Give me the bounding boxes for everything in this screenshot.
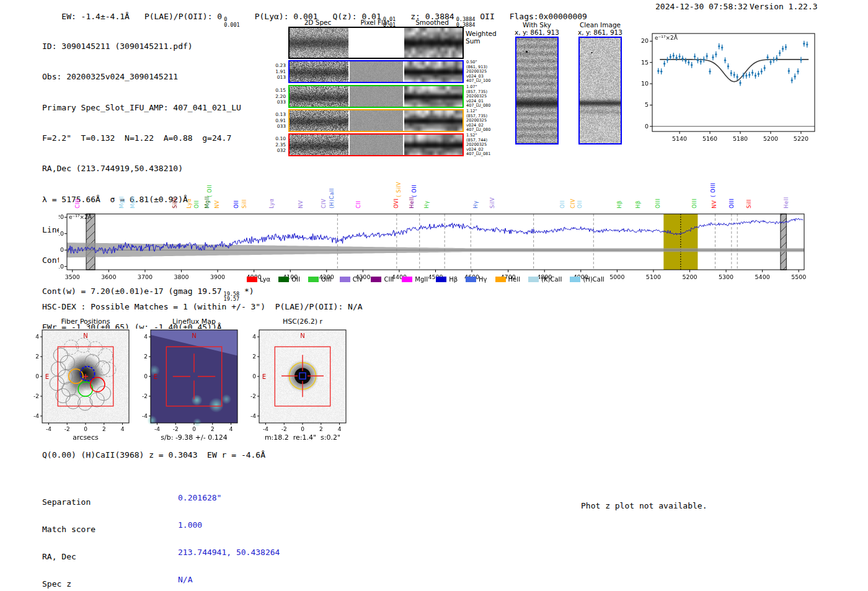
fiber-positions-image [26, 329, 138, 434]
spec2d-row [288, 133, 464, 156]
spec2d-row-smooth-image [404, 61, 463, 82]
line-marker-OII: ( OII [411, 185, 417, 197]
line-marker-SiIV: ( SiIV [396, 182, 402, 197]
photz-note: Phot z plot not available. [581, 501, 707, 511]
match-label: Match score [42, 525, 115, 535]
legend-swatch [570, 277, 580, 282]
match-value: 1.000 [178, 521, 280, 530]
legend-item-Hγ: Hγ [466, 276, 487, 283]
legend-swatch [247, 277, 257, 282]
info-ifu: Primary Spec_Slot_IFU_AMP: 407_041_021_L… [42, 103, 265, 113]
legend-item-HCaII: (H)CaII [570, 276, 604, 283]
legend-swatch [466, 277, 476, 282]
clean-title: Clean Image [574, 21, 627, 29]
lineflux-map-xlabel: s/b: -9.38 +/- 0.124 [141, 433, 247, 442]
spec2d-row-left-labels: 0.231.91013 [271, 63, 286, 81]
spec2d-row-smooth-image [404, 110, 463, 131]
info-qline: Q(0.00) (H)CaII(3968) z = 0.3043 EW r = … [42, 450, 265, 460]
full-spectrum-plot [59, 208, 812, 284]
lineflux-map-image [135, 329, 246, 434]
match-label: Spec z [42, 580, 115, 589]
legend-item-MgII: MgII [402, 276, 428, 283]
info-cont-w: Cont(w) = 7.20(±0.01)e-17 (gmag 19.5719.… [42, 287, 265, 302]
spec2d-row-spec-image [290, 110, 348, 131]
spec2d-row-flat-image [350, 61, 403, 82]
col-title-pixelflat: Pixel Flat [348, 19, 402, 26]
col-title-2dspec: 2D Spec [288, 19, 347, 26]
col-title-smoothed: Smoothed [403, 19, 461, 26]
spectrum-legend: LyαOIIOIIICIVCIIIMgIIHβHγHeII(K)CaII(H)C… [247, 276, 604, 283]
spec2d-row-flat-image [350, 86, 403, 107]
spec2d-row [288, 85, 464, 108]
header-datetime: 2024-12-30 07:58:32 [655, 2, 748, 12]
spec2d-row-left-labels: 0.152.20033 [271, 87, 286, 105]
header-flags: Flags:0x00000009 [510, 12, 587, 21]
spec2d-row-smooth-image [404, 86, 463, 107]
match-table-values: 0.201628" 1.000 213.744941, 50.438264 N/… [178, 475, 280, 591]
legend-item-OIII: OIII [308, 276, 332, 283]
hsc-dex-matches-line: HSC-DEX : Possible Matches = 1 (within +… [42, 302, 363, 312]
withsky-image [515, 37, 559, 144]
weighted-sum-2dspec-image [290, 28, 348, 58]
legend-item-CIV: CIV [340, 276, 363, 283]
legend-swatch [308, 277, 319, 282]
line-marker-OIII: ( OIII [710, 183, 716, 197]
spec2d-row [288, 60, 464, 83]
legend-item-HeII: HeII [495, 276, 521, 283]
spec2d-row-spec-image [290, 61, 348, 82]
legend-item-KCaII: (K)CaII [528, 276, 562, 283]
legend-swatch [278, 277, 289, 282]
header-plae: P(LAE)/P(OII): 000.001 [144, 12, 240, 21]
info-id: ID: 3090145211 (3090145211.pdf) [42, 42, 265, 51]
hsc-r-title: HSC(26.2) r [259, 318, 346, 326]
fiber-positions-xlabel: arcsecs [33, 433, 138, 442]
weighted-sum-row [288, 27, 464, 59]
legend-swatch [371, 277, 381, 282]
spec2d-row-flat-image [350, 135, 403, 155]
legend-swatch [528, 277, 539, 282]
legend-swatch [340, 277, 350, 282]
spec2d-row-spec-image [290, 135, 348, 155]
spec2d-row-right-labels: 0.50"(861, 913)20200325v024_03407_LU_100 [466, 60, 490, 84]
hsc-r-xlabel: m:18.2 re:1.4" s:0.2" [250, 433, 355, 442]
match-label: RA, Dec [42, 553, 115, 562]
fiber-positions-title: Fiber Positions [42, 318, 129, 326]
legend-item-Lyα: Lyα [247, 276, 270, 283]
match-value: N/A [178, 575, 280, 585]
legend-swatch [402, 277, 412, 282]
line-marker-OII: ( OII [206, 185, 213, 197]
weighted-sum-label: Weighted Sum [466, 30, 504, 45]
spec2d-row-smooth-image [404, 135, 463, 155]
weighted-sum-smoothed-image [404, 28, 463, 58]
spec2d-row-left-labels: 0.130.91033 [271, 112, 286, 130]
spec2d-row-right-labels: 1.12"(857, 735)20200325v024_02407_LU_080 [466, 109, 490, 133]
gmag-fraction: 19.5819.57 [224, 291, 240, 302]
clean-image [578, 37, 622, 144]
line-fit-plot [631, 26, 828, 148]
legend-item-CIII: CIII [371, 276, 394, 283]
lineflux-map-title: Lineflux Map [151, 318, 237, 326]
withsky-subtitle: x, y: 861, 913 [508, 29, 565, 36]
header-ew: EW: -1.4±-4.1Å [61, 12, 130, 21]
clean-subtitle: x, y: 861, 913 [574, 29, 627, 36]
legend-item-Hβ: Hβ [436, 276, 458, 283]
spec2d-row-flat-image [350, 110, 403, 131]
hsc-r-image [243, 329, 355, 434]
legend-swatch [495, 277, 506, 282]
info-seeing: F=2.2" T=0.132 N=1.22 A=0.88 g=24.7 [42, 133, 265, 143]
header-version: Version 1.22.3 [750, 2, 818, 12]
match-label: Separation [42, 498, 115, 507]
spec2d-row-spec-image [290, 86, 348, 107]
elixer-report-page: EW: -1.4±-4.1ÅP(LAE)/P(OII): 000.001P(Ly… [0, 0, 868, 591]
info-obs: Obs: 20200325v024_3090145211 [42, 72, 265, 82]
spec2d-row-right-labels: 1.07"(857, 735)20200325v024_01407_LU_080 [466, 85, 490, 109]
legend-swatch [436, 277, 446, 282]
match-table-labels: Separation Match score RA, Dec Spec z Ph… [42, 479, 115, 591]
spec2d-row-right-labels: 1.52"(857, 744)20200325v024_02407_LU_081 [466, 133, 490, 157]
legend-item-OII: OII [278, 276, 300, 283]
spec2d-row [288, 109, 464, 132]
match-value: 0.201628" [178, 494, 280, 503]
withsky-title: With Sky [508, 21, 565, 29]
info-radec: RA,Dec (213.744919,50.438210) [42, 164, 265, 174]
spec2d-row-left-labels: 0.102.35032 [271, 136, 286, 154]
